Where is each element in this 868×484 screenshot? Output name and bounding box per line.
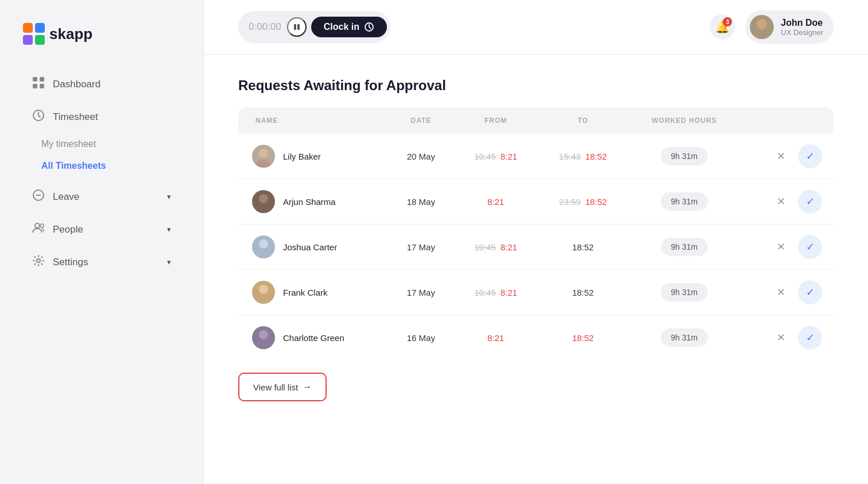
- sidebar-item-leave[interactable]: Leave ▾: [9, 181, 194, 212]
- to-normal: 18:52: [572, 242, 594, 252]
- worked-cell: 9h 31m: [628, 134, 741, 179]
- person-avatar: [252, 235, 275, 258]
- sidebar-item-dashboard[interactable]: Dashboard: [9, 69, 194, 99]
- deny-button[interactable]: ✕: [772, 148, 790, 165]
- worked-badge: 9h 31m: [661, 328, 708, 347]
- svg-rect-6: [33, 84, 37, 88]
- dashboard-icon: [32, 76, 45, 92]
- person-cell: Charlotte Green: [238, 315, 388, 361]
- svg-rect-7: [40, 84, 44, 88]
- user-name: John Doe: [781, 18, 823, 28]
- svg-point-13: [37, 259, 40, 262]
- worked-cell: 9h 31m: [628, 224, 741, 270]
- worked-cell: 9h 31m: [628, 270, 741, 315]
- sidebar-subitem-my-timesheet[interactable]: My timesheet: [0, 133, 203, 155]
- svg-point-24: [256, 250, 271, 258]
- view-full-list-button[interactable]: View full list →: [238, 373, 327, 401]
- svg-point-21: [259, 194, 268, 203]
- person-avatar: [252, 326, 275, 349]
- user-card: John Doe UX Designer: [745, 10, 834, 44]
- clock-in-icon: [364, 22, 374, 32]
- table-row: Joshua Carter 17 May 10:45 8:21 18:52: [238, 224, 834, 270]
- sidebar-item-settings[interactable]: Settings ▾: [9, 247, 194, 277]
- sidebar-item-timesheet[interactable]: Timesheet: [9, 102, 194, 132]
- sidebar-item-people[interactable]: People ▾: [9, 214, 194, 245]
- from-new: 8:21: [487, 197, 504, 207]
- timesheet-icon: [32, 109, 45, 125]
- date-cell: 18 May: [388, 179, 454, 224]
- content-area: Requests Awaiting for Approval NAME DATE…: [204, 55, 868, 484]
- deny-button[interactable]: ✕: [772, 238, 790, 255]
- to-new: 18:52: [585, 152, 607, 161]
- deny-button[interactable]: ✕: [772, 329, 790, 346]
- from-cell: 10:45 8:21: [454, 224, 538, 270]
- col-date: DATE: [388, 107, 454, 134]
- table-row: Frank Clark 17 May 10:45 8:21 18:52: [238, 270, 834, 315]
- worked-cell: 9h 31m: [628, 179, 741, 224]
- svg-point-25: [259, 285, 268, 294]
- notification-button[interactable]: 🔔 3: [710, 14, 735, 40]
- pause-button[interactable]: [287, 17, 307, 37]
- actions-cell: ✕ ✓: [741, 224, 834, 270]
- approve-button[interactable]: ✓: [798, 326, 822, 350]
- date-cell: 17 May: [388, 270, 454, 315]
- deny-button[interactable]: ✕: [772, 284, 790, 301]
- logo-icon: [23, 23, 45, 45]
- to-new: 18:52: [572, 333, 594, 343]
- to-cell: 18:52: [538, 315, 628, 361]
- svg-point-19: [259, 149, 268, 158]
- date-cell: 17 May: [388, 224, 454, 270]
- sidebar-item-people-label: People: [53, 224, 83, 235]
- from-cell: 10:45 8:21: [454, 134, 538, 179]
- actions-cell: ✕ ✓: [741, 179, 834, 224]
- person-cell: Lily Baker: [238, 134, 388, 179]
- svg-rect-1: [35, 23, 45, 33]
- to-cell: 23:59 18:52: [538, 179, 628, 224]
- table-header-row: NAME DATE FROM TO WORKED HOURS: [238, 107, 834, 134]
- approve-button[interactable]: ✓: [798, 189, 822, 214]
- person-name: Joshua Carter: [283, 242, 337, 252]
- person-cell: Arjun Sharma: [238, 179, 388, 224]
- person-name: Lily Baker: [283, 152, 321, 161]
- worked-badge: 9h 31m: [661, 238, 708, 256]
- col-name: NAME: [238, 107, 388, 134]
- clock-in-label: Clock in: [324, 22, 359, 32]
- worked-badge: 9h 31m: [661, 192, 708, 211]
- table-row: Charlotte Green 16 May 8:21 18:52: [238, 315, 834, 361]
- svg-rect-14: [294, 24, 296, 30]
- clock-in-button[interactable]: Clock in: [311, 17, 387, 37]
- sidebar-item-leave-label: Leave: [53, 191, 79, 203]
- from-original: 10:45: [474, 242, 496, 252]
- user-avatar: [750, 15, 774, 39]
- sidebar-item-dashboard-label: Dashboard: [53, 79, 100, 90]
- svg-point-27: [259, 330, 268, 339]
- svg-point-20: [256, 160, 271, 168]
- leave-icon: [32, 189, 45, 204]
- person-avatar: [252, 145, 275, 168]
- svg-point-12: [40, 224, 44, 227]
- svg-point-28: [256, 341, 271, 349]
- from-original: 10:45: [474, 288, 496, 297]
- col-actions: [741, 107, 834, 134]
- to-original: 15:43: [559, 152, 581, 161]
- sidebar-subitem-all-timesheets[interactable]: All Timesheets: [0, 155, 203, 177]
- sidebar-item-settings-label: Settings: [53, 257, 88, 268]
- svg-rect-0: [23, 23, 33, 33]
- approve-button[interactable]: ✓: [798, 280, 822, 304]
- approve-button[interactable]: ✓: [798, 235, 822, 259]
- from-new: 8:21: [501, 152, 517, 161]
- approval-table: NAME DATE FROM TO WORKED HOURS: [238, 107, 834, 360]
- from-new: 8:21: [487, 333, 504, 343]
- arrow-icon: →: [303, 382, 312, 392]
- sidebar: skapp Dashboard Timesheet My timesheet A…: [0, 0, 204, 484]
- col-worked: WORKED HOURS: [628, 107, 741, 134]
- deny-button[interactable]: ✕: [772, 193, 790, 210]
- approve-button[interactable]: ✓: [798, 144, 822, 168]
- from-cell: 10:45 8:21: [454, 270, 538, 315]
- svg-rect-15: [297, 24, 300, 30]
- my-timesheet-label: My timesheet: [41, 139, 96, 149]
- from-cell: 8:21: [454, 179, 538, 224]
- from-original: 10:45: [474, 152, 496, 161]
- header: 0:00:00 Clock in 🔔 3 John Doe UX Design: [204, 0, 868, 55]
- people-chevron-icon: ▾: [167, 225, 171, 234]
